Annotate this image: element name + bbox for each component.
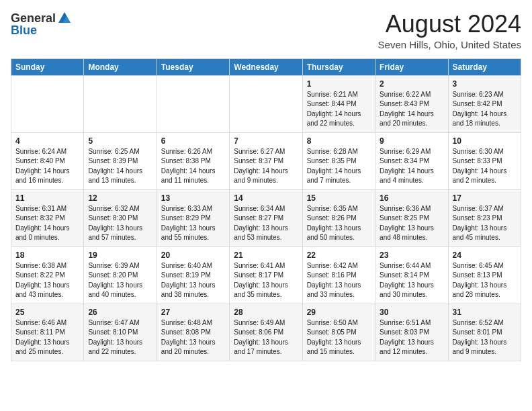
calendar-cell: 26Sunrise: 6:47 AM Sunset: 8:10 PM Dayli… (84, 304, 157, 361)
calendar-cell: 27Sunrise: 6:48 AM Sunset: 8:08 PM Dayli… (157, 304, 229, 361)
day-number: 10 (453, 136, 517, 146)
day-content: Sunrise: 6:38 AM Sunset: 8:22 PM Dayligh… (15, 261, 79, 300)
day-content: Sunrise: 6:41 AM Sunset: 8:17 PM Dayligh… (234, 261, 298, 300)
calendar-cell: 13Sunrise: 6:33 AM Sunset: 8:29 PM Dayli… (157, 189, 229, 246)
day-content: Sunrise: 6:45 AM Sunset: 8:13 PM Dayligh… (453, 261, 517, 300)
calendar-cell: 20Sunrise: 6:40 AM Sunset: 8:19 PM Dayli… (157, 246, 229, 304)
day-number: 28 (234, 308, 298, 317)
day-number: 14 (234, 193, 298, 203)
calendar-cell: 15Sunrise: 6:35 AM Sunset: 8:26 PM Dayli… (302, 189, 375, 246)
day-number: 31 (453, 308, 517, 317)
day-number: 20 (161, 250, 225, 260)
calendar-cell: 23Sunrise: 6:44 AM Sunset: 8:14 PM Dayli… (375, 246, 448, 304)
day-number: 25 (15, 308, 79, 317)
day-number: 2 (380, 79, 443, 89)
calendar-cell: 14Sunrise: 6:34 AM Sunset: 8:27 PM Dayli… (230, 189, 302, 246)
day-number: 26 (88, 308, 152, 317)
calendar-cell: 25Sunrise: 6:46 AM Sunset: 8:11 PM Dayli… (11, 304, 84, 361)
day-content: Sunrise: 6:30 AM Sunset: 8:33 PM Dayligh… (453, 147, 517, 186)
calendar-cell: 8Sunrise: 6:28 AM Sunset: 8:35 PM Daylig… (302, 132, 375, 189)
day-content: Sunrise: 6:39 AM Sunset: 8:20 PM Dayligh… (88, 261, 152, 300)
day-content: Sunrise: 6:48 AM Sunset: 8:08 PM Dayligh… (161, 318, 225, 357)
day-content: Sunrise: 6:35 AM Sunset: 8:26 PM Dayligh… (307, 204, 371, 243)
day-number: 16 (380, 193, 443, 203)
calendar-week-row: 4Sunrise: 6:24 AM Sunset: 8:40 PM Daylig… (11, 132, 521, 189)
day-number: 15 (307, 193, 371, 203)
calendar-table: SundayMondayTuesdayWednesdayThursdayFrid… (11, 58, 521, 361)
calendar-cell: 1Sunrise: 6:21 AM Sunset: 8:44 PM Daylig… (302, 75, 375, 132)
day-content: Sunrise: 6:27 AM Sunset: 8:37 PM Dayligh… (234, 147, 298, 186)
day-number: 12 (88, 193, 152, 203)
day-number: 13 (161, 193, 225, 203)
calendar-cell: 31Sunrise: 6:52 AM Sunset: 8:01 PM Dayli… (448, 304, 521, 361)
calendar-cell: 6Sunrise: 6:26 AM Sunset: 8:38 PM Daylig… (157, 132, 229, 189)
day-content: Sunrise: 6:42 AM Sunset: 8:16 PM Dayligh… (307, 261, 371, 300)
calendar-cell: 2Sunrise: 6:22 AM Sunset: 8:43 PM Daylig… (375, 75, 448, 132)
day-number: 21 (234, 250, 298, 260)
calendar-cell (84, 75, 157, 132)
calendar-cell: 21Sunrise: 6:41 AM Sunset: 8:17 PM Dayli… (230, 246, 302, 304)
day-number: 1 (307, 79, 371, 89)
day-header-monday: Monday (84, 58, 157, 75)
calendar-cell: 29Sunrise: 6:50 AM Sunset: 8:05 PM Dayli… (302, 304, 375, 361)
day-content: Sunrise: 6:28 AM Sunset: 8:35 PM Dayligh… (307, 147, 371, 186)
calendar-cell (230, 75, 302, 132)
logo-icon (57, 11, 72, 26)
day-content: Sunrise: 6:46 AM Sunset: 8:11 PM Dayligh… (15, 318, 79, 357)
calendar-week-row: 11Sunrise: 6:31 AM Sunset: 8:32 PM Dayli… (11, 189, 521, 246)
calendar-cell: 18Sunrise: 6:38 AM Sunset: 8:22 PM Dayli… (11, 246, 84, 304)
day-content: Sunrise: 6:37 AM Sunset: 8:23 PM Dayligh… (453, 204, 517, 243)
day-content: Sunrise: 6:22 AM Sunset: 8:43 PM Dayligh… (380, 90, 443, 129)
day-number: 30 (380, 308, 443, 317)
calendar-cell: 9Sunrise: 6:29 AM Sunset: 8:34 PM Daylig… (375, 132, 448, 189)
day-number: 29 (307, 308, 371, 317)
title-block: August 2024 Seven Hills, Ohio, United St… (378, 11, 521, 50)
day-content: Sunrise: 6:34 AM Sunset: 8:27 PM Dayligh… (234, 204, 298, 243)
day-content: Sunrise: 6:40 AM Sunset: 8:19 PM Dayligh… (161, 261, 225, 300)
day-number: 18 (15, 250, 79, 260)
main-title: August 2024 (378, 11, 521, 38)
day-number: 11 (15, 193, 79, 203)
day-content: Sunrise: 6:44 AM Sunset: 8:14 PM Dayligh… (380, 261, 443, 300)
calendar-cell: 17Sunrise: 6:37 AM Sunset: 8:23 PM Dayli… (448, 189, 521, 246)
day-header-sunday: Sunday (11, 58, 84, 75)
logo: General Blue (11, 11, 72, 36)
day-header-thursday: Thursday (302, 58, 375, 75)
day-number: 27 (161, 308, 225, 317)
day-number: 4 (15, 136, 79, 146)
logo-blue: Blue (11, 24, 37, 36)
day-content: Sunrise: 6:47 AM Sunset: 8:10 PM Dayligh… (88, 318, 152, 357)
day-number: 19 (88, 250, 152, 260)
logo-general: General (11, 12, 56, 24)
day-number: 6 (161, 136, 225, 146)
day-content: Sunrise: 6:50 AM Sunset: 8:05 PM Dayligh… (307, 318, 371, 357)
day-header-wednesday: Wednesday (230, 58, 302, 75)
day-number: 22 (307, 250, 371, 260)
day-content: Sunrise: 6:23 AM Sunset: 8:42 PM Dayligh… (453, 90, 517, 129)
day-number: 7 (234, 136, 298, 146)
day-content: Sunrise: 6:52 AM Sunset: 8:01 PM Dayligh… (453, 318, 517, 357)
day-number: 9 (380, 136, 443, 146)
day-number: 8 (307, 136, 371, 146)
day-header-friday: Friday (375, 58, 448, 75)
calendar-cell: 19Sunrise: 6:39 AM Sunset: 8:20 PM Dayli… (84, 246, 157, 304)
calendar-cell: 24Sunrise: 6:45 AM Sunset: 8:13 PM Dayli… (448, 246, 521, 304)
calendar-cell: 11Sunrise: 6:31 AM Sunset: 8:32 PM Dayli… (11, 189, 84, 246)
day-content: Sunrise: 6:49 AM Sunset: 8:06 PM Dayligh… (234, 318, 298, 357)
day-header-saturday: Saturday (448, 58, 521, 75)
day-number: 5 (88, 136, 152, 146)
header: General Blue August 2024 Seven Hills, Oh… (11, 11, 521, 50)
day-content: Sunrise: 6:36 AM Sunset: 8:25 PM Dayligh… (380, 204, 443, 243)
calendar-header-row: SundayMondayTuesdayWednesdayThursdayFrid… (11, 58, 521, 75)
calendar-week-row: 18Sunrise: 6:38 AM Sunset: 8:22 PM Dayli… (11, 246, 521, 304)
calendar-cell: 16Sunrise: 6:36 AM Sunset: 8:25 PM Dayli… (375, 189, 448, 246)
day-content: Sunrise: 6:33 AM Sunset: 8:29 PM Dayligh… (161, 204, 225, 243)
calendar-cell (11, 75, 84, 132)
calendar-cell: 3Sunrise: 6:23 AM Sunset: 8:42 PM Daylig… (448, 75, 521, 132)
calendar-week-row: 25Sunrise: 6:46 AM Sunset: 8:11 PM Dayli… (11, 304, 521, 361)
day-number: 23 (380, 250, 443, 260)
day-content: Sunrise: 6:31 AM Sunset: 8:32 PM Dayligh… (15, 204, 79, 243)
day-content: Sunrise: 6:25 AM Sunset: 8:39 PM Dayligh… (88, 147, 152, 186)
day-content: Sunrise: 6:29 AM Sunset: 8:34 PM Dayligh… (380, 147, 443, 186)
subtitle: Seven Hills, Ohio, United States (378, 39, 521, 50)
